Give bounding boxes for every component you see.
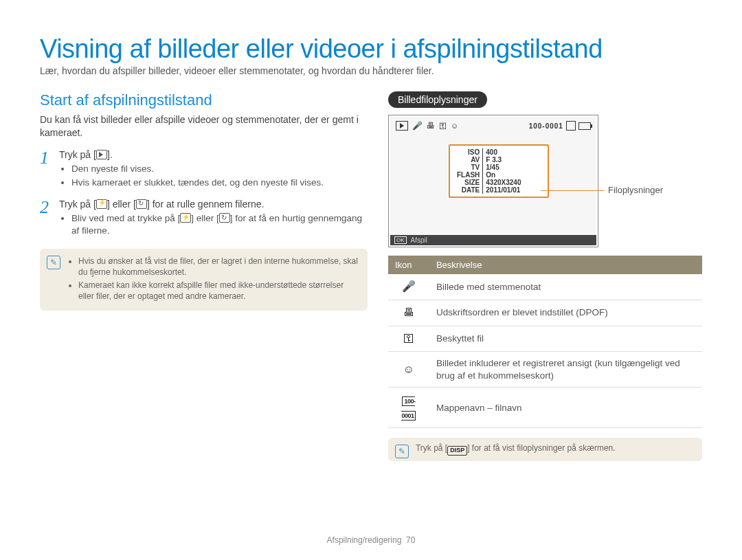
timer-button-icon — [136, 199, 147, 209]
key-icon: ⚿ — [388, 326, 429, 352]
step2-text-post: ] for at rulle gennem filerne. — [147, 199, 264, 210]
step1-bullet-1: Den nyeste fil vises. — [71, 163, 368, 175]
table-row: 🖶 Udskriftsordren er blevet indstillet (… — [388, 300, 702, 326]
folder-code-icon: 100-0001 — [388, 388, 429, 428]
step2-text-mid: ] eller [ — [107, 199, 136, 210]
step-1: 1 Tryk på []. Den nyeste fil vises. Hvis… — [40, 149, 368, 190]
right-column: Billedfiloplysninger 🎤 🖶 ⚿ ☺ 100-0001 — [388, 91, 702, 461]
face-detect-icon: ☺ — [388, 352, 429, 388]
flash-button-icon — [180, 213, 191, 223]
playback-button-icon — [96, 150, 107, 159]
step1-text-pre: Tryk på [ — [59, 149, 96, 160]
row-desc: Mappenavn – filnavn — [429, 388, 702, 428]
step2-text-pre: Tryk på [ — [59, 199, 96, 210]
step1-text-post: ]. — [107, 149, 113, 160]
col-header-icon: Ikon — [388, 256, 429, 274]
callout-line — [541, 190, 604, 191]
page-footer: Afspilning/redigering 70 — [0, 535, 742, 545]
page-title: Visning af billeder eller videoer i afsp… — [40, 34, 702, 64]
mic-icon: 🎤 — [388, 274, 429, 300]
step-number: 2 — [40, 199, 59, 238]
note-box: ✎ Hvis du ønsker at få vist de filer, de… — [40, 249, 368, 311]
printer-icon: 🖶 — [427, 121, 435, 131]
note-box-2: ✎ Tryk på [DISP] for at få vist filoplys… — [388, 438, 702, 461]
mic-icon: 🎤 — [412, 121, 423, 131]
row-desc: Billedet inkluderer et registreret ansig… — [429, 352, 702, 388]
file-info-overlay: ISO400 AVF 3.3 TV1/45 FLASHOn SIZE4320X3… — [449, 144, 549, 198]
face-icon: ☺ — [451, 122, 458, 130]
row-desc: Beskyttet fil — [429, 326, 702, 352]
playback-mode-icon — [396, 121, 408, 131]
flash-button-icon — [96, 199, 107, 209]
camera-screen: 🎤 🖶 ⚿ ☺ 100-0001 ISO400 AVF 3 — [388, 115, 598, 247]
table-row: ☺ Billedet inkluderer et registreret ans… — [388, 352, 702, 388]
col-header-desc: Beskrivelse — [429, 256, 702, 274]
note-icon: ✎ — [47, 256, 60, 269]
key-icon: ⚿ — [439, 122, 447, 130]
table-row: 🎤 Billede med stemmenotat — [388, 274, 702, 300]
step2-bullet-1: Bliv ved med at trykke på [] eller [] fo… — [71, 212, 368, 237]
note-item-2: Kameraet kan ikke korrekt afspille filer… — [78, 280, 359, 302]
table-row: ⚿ Beskyttet fil — [388, 326, 702, 352]
icon-legend-table: Ikon Beskrivelse 🎤 Billede med stemmenot… — [388, 256, 702, 428]
step-2: 2 Tryk på [] eller [] for at rulle genne… — [40, 199, 368, 238]
printer-icon: 🖶 — [388, 300, 429, 326]
afspil-label: Afspil — [411, 236, 427, 244]
page-subtitle: Lær, hvordan du afspiller billeder, vide… — [40, 65, 702, 76]
callout-label: Filoplysninger — [608, 185, 663, 195]
table-row: 100-0001 Mappenavn – filnavn — [388, 388, 702, 428]
section-intro: Du kan få vist billeder eller afspille v… — [40, 113, 368, 139]
row-desc: Billede med stemmenotat — [429, 274, 702, 300]
info-pill: Billedfiloplysninger — [388, 91, 487, 108]
battery-icon — [578, 122, 591, 130]
row-desc: Udskriftsordren er blevet indstillet (DP… — [429, 300, 702, 326]
section-heading: Start af afspilningstilstand — [40, 91, 368, 109]
step-number: 1 — [40, 149, 59, 190]
timer-button-icon — [219, 213, 230, 223]
note-item-1: Hvis du ønsker at få vist de filer, der … — [78, 256, 359, 278]
folder-filename: 100-0001 — [529, 122, 563, 130]
disp-button-icon: DISP — [447, 446, 467, 456]
memory-card-icon — [566, 121, 576, 131]
step1-bullet-2: Hvis kameraet er slukket, tændes det, og… — [71, 177, 368, 189]
ok-button-label: OK — [394, 236, 407, 244]
note-icon: ✎ — [395, 445, 409, 458]
left-column: Start af afspilningstilstand Du kan få v… — [40, 91, 368, 461]
